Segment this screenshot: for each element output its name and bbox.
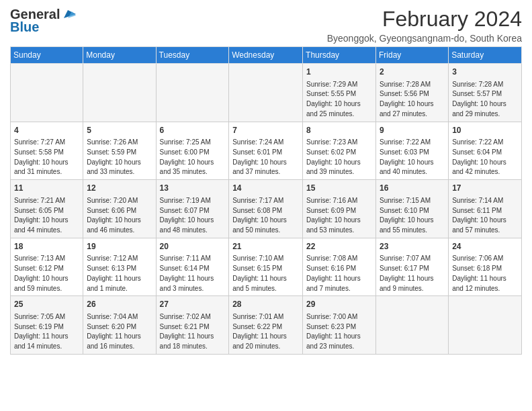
calendar-week-1: 1Sunrise: 7:29 AM Sunset: 5:55 PM Daylig… bbox=[11, 64, 522, 122]
header: General Blue February 2024 Byeonggok, Gy… bbox=[10, 7, 522, 44]
calendar-cell: 21Sunrise: 7:10 AM Sunset: 6:15 PM Dayli… bbox=[229, 238, 303, 296]
logo: General Blue bbox=[10, 7, 76, 35]
location-subtitle: Byeonggok, Gyeongsangnam-do, South Korea bbox=[327, 33, 522, 44]
day-number: 28 bbox=[232, 299, 299, 310]
day-number: 25 bbox=[14, 299, 79, 310]
calendar-cell: 19Sunrise: 7:12 AM Sunset: 6:13 PM Dayli… bbox=[83, 238, 156, 296]
day-info: Sunrise: 7:22 AM Sunset: 6:04 PM Dayligh… bbox=[452, 138, 506, 175]
day-info: Sunrise: 7:28 AM Sunset: 5:57 PM Dayligh… bbox=[452, 81, 506, 118]
calendar-cell: 7Sunrise: 7:24 AM Sunset: 6:01 PM Daylig… bbox=[229, 122, 303, 180]
day-number: 20 bbox=[160, 241, 226, 253]
day-number: 8 bbox=[306, 125, 372, 136]
day-number: 22 bbox=[306, 241, 372, 253]
day-info: Sunrise: 7:24 AM Sunset: 6:01 PM Dayligh… bbox=[232, 138, 287, 175]
calendar-cell: 24Sunrise: 7:06 AM Sunset: 6:18 PM Dayli… bbox=[449, 238, 522, 296]
logo-blue: Blue bbox=[10, 19, 39, 35]
day-info: Sunrise: 7:22 AM Sunset: 6:03 PM Dayligh… bbox=[380, 138, 434, 175]
calendar-cell: 5Sunrise: 7:26 AM Sunset: 5:59 PM Daylig… bbox=[83, 122, 156, 180]
calendar-cell: 9Sunrise: 7:22 AM Sunset: 6:03 PM Daylig… bbox=[375, 122, 448, 180]
day-info: Sunrise: 7:04 AM Sunset: 6:20 PM Dayligh… bbox=[87, 313, 141, 350]
calendar-cell: 28Sunrise: 7:01 AM Sunset: 6:22 PM Dayli… bbox=[229, 296, 303, 355]
calendar-table: SundayMondayTuesdayWednesdayThursdayFrid… bbox=[10, 46, 522, 355]
calendar-cell: 10Sunrise: 7:22 AM Sunset: 6:04 PM Dayli… bbox=[449, 122, 522, 180]
day-info: Sunrise: 7:15 AM Sunset: 6:10 PM Dayligh… bbox=[380, 197, 434, 234]
day-number: 27 bbox=[160, 299, 226, 310]
day-number: 3 bbox=[452, 66, 518, 78]
calendar-cell: 25Sunrise: 7:05 AM Sunset: 6:19 PM Dayli… bbox=[11, 296, 83, 355]
day-info: Sunrise: 7:14 AM Sunset: 6:11 PM Dayligh… bbox=[452, 197, 506, 234]
day-info: Sunrise: 7:19 AM Sunset: 6:07 PM Dayligh… bbox=[160, 197, 214, 234]
day-info: Sunrise: 7:02 AM Sunset: 6:21 PM Dayligh… bbox=[160, 313, 214, 350]
calendar-cell: 11Sunrise: 7:21 AM Sunset: 6:05 PM Dayli… bbox=[11, 180, 83, 238]
day-number: 10 bbox=[452, 125, 518, 136]
calendar-cell: 20Sunrise: 7:11 AM Sunset: 6:14 PM Dayli… bbox=[156, 238, 229, 296]
day-info: Sunrise: 7:29 AM Sunset: 5:55 PM Dayligh… bbox=[306, 81, 361, 118]
calendar-cell: 16Sunrise: 7:15 AM Sunset: 6:10 PM Dayli… bbox=[375, 180, 448, 238]
day-number: 17 bbox=[452, 183, 518, 194]
day-info: Sunrise: 7:08 AM Sunset: 6:16 PM Dayligh… bbox=[306, 255, 361, 291]
day-number: 2 bbox=[380, 66, 445, 78]
day-number: 13 bbox=[160, 183, 226, 194]
calendar-cell: 29Sunrise: 7:00 AM Sunset: 6:23 PM Dayli… bbox=[303, 296, 376, 355]
calendar-cell bbox=[375, 296, 448, 355]
day-info: Sunrise: 7:01 AM Sunset: 6:22 PM Dayligh… bbox=[232, 313, 287, 350]
calendar-cell bbox=[156, 64, 229, 122]
day-info: Sunrise: 7:12 AM Sunset: 6:13 PM Dayligh… bbox=[87, 255, 141, 291]
day-number: 9 bbox=[380, 125, 445, 136]
calendar-week-2: 4Sunrise: 7:27 AM Sunset: 5:58 PM Daylig… bbox=[11, 122, 522, 180]
day-info: Sunrise: 7:25 AM Sunset: 6:00 PM Dayligh… bbox=[160, 138, 214, 175]
day-number: 26 bbox=[87, 299, 152, 310]
page: General Blue February 2024 Byeonggok, Gy… bbox=[0, 0, 532, 411]
calendar-cell bbox=[229, 64, 303, 122]
calendar-cell: 15Sunrise: 7:16 AM Sunset: 6:09 PM Dayli… bbox=[303, 180, 376, 238]
day-number: 11 bbox=[14, 183, 79, 194]
calendar-week-4: 18Sunrise: 7:13 AM Sunset: 6:12 PM Dayli… bbox=[11, 238, 522, 296]
day-info: Sunrise: 7:17 AM Sunset: 6:08 PM Dayligh… bbox=[232, 197, 287, 234]
day-number: 6 bbox=[160, 125, 226, 136]
calendar-cell bbox=[83, 64, 156, 122]
day-number: 14 bbox=[232, 183, 299, 194]
calendar-week-5: 25Sunrise: 7:05 AM Sunset: 6:19 PM Dayli… bbox=[11, 296, 522, 355]
day-info: Sunrise: 7:16 AM Sunset: 6:09 PM Dayligh… bbox=[306, 197, 361, 234]
day-number: 23 bbox=[380, 241, 445, 253]
month-title: February 2024 bbox=[327, 7, 522, 32]
day-number: 12 bbox=[87, 183, 152, 194]
day-number: 18 bbox=[14, 241, 79, 253]
day-number: 29 bbox=[306, 299, 372, 310]
day-info: Sunrise: 7:20 AM Sunset: 6:06 PM Dayligh… bbox=[87, 197, 141, 234]
day-number: 19 bbox=[87, 241, 152, 253]
day-header-friday: Friday bbox=[375, 47, 448, 64]
calendar-cell: 2Sunrise: 7:28 AM Sunset: 5:56 PM Daylig… bbox=[375, 64, 448, 122]
title-block: February 2024 Byeonggok, Gyeongsangnam-d… bbox=[327, 7, 522, 44]
day-header-wednesday: Wednesday bbox=[229, 47, 303, 64]
calendar-cell: 4Sunrise: 7:27 AM Sunset: 5:58 PM Daylig… bbox=[11, 122, 83, 180]
calendar-cell: 27Sunrise: 7:02 AM Sunset: 6:21 PM Dayli… bbox=[156, 296, 229, 355]
day-number: 24 bbox=[452, 241, 518, 253]
calendar-cell: 3Sunrise: 7:28 AM Sunset: 5:57 PM Daylig… bbox=[449, 64, 522, 122]
day-info: Sunrise: 7:00 AM Sunset: 6:23 PM Dayligh… bbox=[306, 313, 361, 350]
calendar-cell: 14Sunrise: 7:17 AM Sunset: 6:08 PM Dayli… bbox=[229, 180, 303, 238]
calendar-header-row: SundayMondayTuesdayWednesdayThursdayFrid… bbox=[11, 47, 522, 64]
day-info: Sunrise: 7:27 AM Sunset: 5:58 PM Dayligh… bbox=[14, 138, 69, 175]
calendar-cell: 6Sunrise: 7:25 AM Sunset: 6:00 PM Daylig… bbox=[156, 122, 229, 180]
day-info: Sunrise: 7:26 AM Sunset: 5:59 PM Dayligh… bbox=[87, 138, 141, 175]
day-info: Sunrise: 7:23 AM Sunset: 6:02 PM Dayligh… bbox=[306, 138, 361, 175]
calendar-cell: 22Sunrise: 7:08 AM Sunset: 6:16 PM Dayli… bbox=[303, 238, 376, 296]
calendar-cell: 13Sunrise: 7:19 AM Sunset: 6:07 PM Dayli… bbox=[156, 180, 229, 238]
logo-icon bbox=[61, 9, 76, 21]
day-number: 1 bbox=[306, 66, 372, 78]
calendar-cell: 12Sunrise: 7:20 AM Sunset: 6:06 PM Dayli… bbox=[83, 180, 156, 238]
day-header-sunday: Sunday bbox=[11, 47, 83, 64]
calendar-cell: 18Sunrise: 7:13 AM Sunset: 6:12 PM Dayli… bbox=[11, 238, 83, 296]
day-header-saturday: Saturday bbox=[449, 47, 522, 64]
day-number: 21 bbox=[232, 241, 299, 253]
calendar-cell: 1Sunrise: 7:29 AM Sunset: 5:55 PM Daylig… bbox=[303, 64, 376, 122]
day-info: Sunrise: 7:11 AM Sunset: 6:14 PM Dayligh… bbox=[160, 255, 214, 291]
day-info: Sunrise: 7:06 AM Sunset: 6:18 PM Dayligh… bbox=[452, 255, 506, 291]
day-number: 5 bbox=[87, 125, 152, 136]
day-number: 7 bbox=[232, 125, 299, 136]
calendar-week-3: 11Sunrise: 7:21 AM Sunset: 6:05 PM Dayli… bbox=[11, 180, 522, 238]
day-number: 4 bbox=[14, 125, 79, 136]
day-info: Sunrise: 7:07 AM Sunset: 6:17 PM Dayligh… bbox=[380, 255, 434, 291]
day-header-thursday: Thursday bbox=[303, 47, 376, 64]
